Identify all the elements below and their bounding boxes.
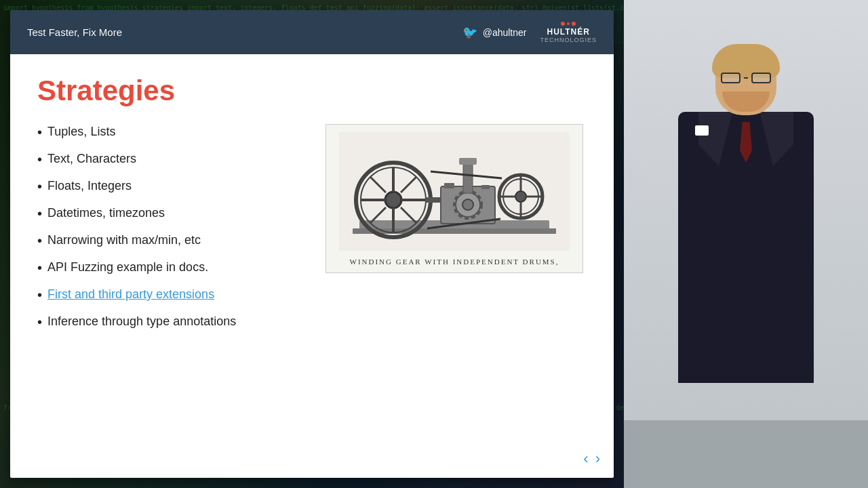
bullet-dot: •	[37, 314, 42, 330]
bullet-text: Inference through type annotations	[47, 314, 236, 329]
slide-left: •Tuples, Lists•Text, Characters•Floats, …	[37, 124, 302, 458]
bullet-dot: •	[37, 260, 42, 276]
bullet-text: Floats, Integers	[47, 178, 132, 194]
company-name: HULTNÉR	[547, 27, 590, 37]
twitter-icon: 🐦	[462, 25, 477, 40]
bullet-text: API Fuzzing example in docs.	[47, 260, 208, 275]
slide-header-right: 🐦 @ahultner HULTNÉR Technologies	[462, 22, 597, 43]
bullet-dot: •	[37, 124, 42, 140]
presenter-glasses	[721, 71, 771, 85]
svg-point-5	[385, 192, 401, 208]
bullet-text: Narrowing with max/min, etc	[47, 232, 201, 248]
slide-body: •Tuples, Lists•Text, Characters•Floats, …	[37, 124, 587, 458]
logo-dot-1	[561, 22, 565, 26]
list-item[interactable]: •First and third party extensions	[37, 287, 302, 303]
svg-rect-28	[444, 183, 454, 188]
bullet-dot: •	[37, 151, 42, 167]
company-logo: HULTNÉR Technologies	[540, 22, 597, 43]
glass-right	[751, 73, 771, 83]
list-item: •Floats, Integers	[37, 178, 302, 195]
list-item: •Text, Characters	[37, 151, 302, 167]
slide-content: Strategies •Tuples, Lists•Text, Characte…	[10, 54, 614, 478]
presenter-beard	[722, 92, 770, 112]
list-item: •Narrowing with max/min, etc	[37, 232, 302, 249]
presenter-area	[624, 0, 868, 488]
list-item: •API Fuzzing example in docs.	[37, 260, 302, 276]
svg-point-21	[515, 191, 526, 202]
bullet-list: •Tuples, Lists•Text, Characters•Floats, …	[37, 124, 302, 330]
company-sub: Technologies	[540, 37, 597, 43]
logo-dot-3	[572, 22, 576, 26]
glass-left	[721, 73, 741, 83]
slide-header-title: Test Faster, Fix More	[27, 26, 122, 38]
bullet-dot: •	[37, 205, 42, 222]
bullet-text[interactable]: First and third party extensions	[47, 287, 214, 302]
bullet-text: Datetimes, timezones	[47, 205, 165, 221]
glass-bridge	[744, 77, 748, 79]
list-item: •Tuples, Lists	[37, 124, 302, 140]
gear-svg-container	[326, 129, 583, 254]
presenter-body	[678, 112, 814, 383]
bullet-dot: •	[37, 178, 42, 195]
presenter-head	[715, 47, 776, 115]
slide-area: Test Faster, Fix More 🐦 @ahultner HULTNÉ…	[0, 0, 624, 488]
gear-caption: WINDING GEAR WITH INDEPENDENT DRUMS,	[347, 254, 563, 269]
pocket-square	[695, 125, 709, 136]
slide-nav: ‹ ›	[583, 450, 600, 468]
slide-right: WINDING GEAR WITH INDEPENDENT DRUMS,	[322, 124, 587, 458]
presenter-floor	[624, 420, 868, 488]
bullet-text: Tuples, Lists	[47, 124, 115, 140]
twitter-handle-text: @ahultner	[483, 27, 527, 38]
twitter-handle: 🐦 @ahultner	[462, 25, 527, 40]
svg-rect-29	[481, 185, 490, 189]
gear-illustration	[339, 132, 570, 251]
prev-arrow[interactable]: ‹	[583, 450, 588, 468]
list-item: •Inference through type annotations	[37, 314, 302, 330]
svg-point-17	[462, 199, 473, 210]
presenter-tie	[740, 122, 752, 163]
bullet-dot: •	[37, 232, 42, 249]
presenter-figure	[644, 27, 848, 488]
slide-wrapper: Test Faster, Fix More 🐦 @ahultner HULTNÉ…	[10, 10, 614, 478]
suit-lapel-left	[698, 112, 732, 166]
slide-header: Test Faster, Fix More 🐦 @ahultner HULTNÉ…	[10, 10, 614, 54]
logo-dots	[561, 22, 576, 26]
main-container: Test Faster, Fix More 🐦 @ahultner HULTNÉ…	[0, 0, 868, 488]
list-item: •Datetimes, timezones	[37, 205, 302, 222]
next-arrow[interactable]: ›	[595, 450, 600, 468]
gear-image: WINDING GEAR WITH INDEPENDENT DRUMS,	[326, 124, 583, 273]
bullet-dot: •	[37, 287, 42, 303]
logo-dot-2	[567, 22, 570, 25]
slide-main-title: Strategies	[37, 75, 587, 107]
bullet-text: Text, Characters	[47, 151, 136, 167]
suit-lapel-right	[760, 112, 793, 166]
svg-rect-27	[459, 158, 477, 165]
